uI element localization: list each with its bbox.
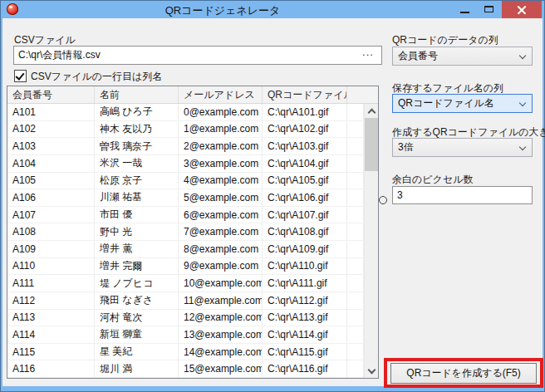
table-cell: 曽我 璃奈子 bbox=[95, 138, 179, 154]
vertical-scrollbar[interactable] bbox=[364, 104, 378, 378]
table-cell: 10@example.com bbox=[179, 275, 263, 292]
table-cell-stub bbox=[347, 155, 364, 172]
scroll-down-button[interactable] bbox=[365, 364, 378, 378]
table-cell-stub bbox=[347, 138, 364, 154]
table-cell: 松原 京子 bbox=[95, 173, 179, 189]
first-row-header-checkbox-label: CSVファイルの一行目は列名 bbox=[31, 70, 162, 84]
table-cell-stub bbox=[347, 173, 364, 189]
table-cell: A106 bbox=[7, 189, 95, 206]
first-row-header-checkbox[interactable] bbox=[14, 70, 27, 82]
annotation-circle bbox=[379, 196, 387, 204]
chevron-down-icon bbox=[519, 52, 526, 59]
table-row[interactable]: A114新垣 獅童13@example.comC:\qr\A114.gif bbox=[7, 326, 364, 344]
table-cell: C:\qr\A101.gif bbox=[263, 104, 347, 120]
table-cell: A101 bbox=[7, 104, 95, 120]
table-cell: A107 bbox=[7, 207, 95, 223]
data-column-label: QRコードのデータの列 bbox=[392, 33, 498, 47]
table-row[interactable]: A116堀川 満15@example.comC:\qr\A116.gif bbox=[7, 360, 364, 378]
table-cell: A111 bbox=[7, 275, 95, 292]
table-row[interactable]: A113河村 竜次12@example.comC:\qr\A113.gif bbox=[7, 310, 364, 327]
table-row[interactable]: A112飛田 なぎさ11@example.comC:\qr\A112.gif bbox=[7, 292, 364, 310]
column-header-qr-filename[interactable]: QRコードファイル名 bbox=[263, 86, 347, 103]
generate-qr-button[interactable]: QRコードを作成する(F5) bbox=[390, 363, 537, 384]
table-cell: C:\qr\A113.gif bbox=[263, 310, 347, 326]
column-header-email[interactable]: メールアドレス bbox=[179, 86, 263, 103]
table-row[interactable]: A109増井 薫8@example.comC:\qr\A109.gif bbox=[7, 241, 364, 258]
table-row[interactable]: A110増井 完爾9@example.comC:\qr\A110.gif bbox=[7, 258, 364, 276]
table-cell: 1@example.com bbox=[179, 121, 263, 138]
window-title: QRコードジェネレータ bbox=[17, 3, 428, 18]
table-cell: A113 bbox=[7, 310, 95, 326]
browse-button[interactable]: ... bbox=[357, 47, 379, 63]
maximize-button[interactable] bbox=[479, 1, 499, 18]
table-cell-stub bbox=[347, 241, 364, 257]
column-header-name[interactable]: 名前 bbox=[95, 86, 179, 103]
csv-path-input[interactable] bbox=[13, 46, 382, 65]
table-cell: C:\qr\A103.gif bbox=[263, 138, 347, 154]
table-cell: 8@example.com bbox=[179, 241, 263, 257]
table-cell-stub bbox=[347, 360, 364, 377]
table-cell: A116 bbox=[7, 360, 95, 377]
table-row[interactable]: A106川瀬 祐基5@example.comC:\qr\A106.gif bbox=[7, 189, 364, 207]
table-cell: C:\qr\A110.gif bbox=[263, 258, 347, 275]
table-cell: 7@example.com bbox=[179, 223, 263, 240]
margin-label: 余白のピクセル数 bbox=[392, 173, 473, 187]
table-row[interactable]: A102神木 友以乃1@example.comC:\qr\A102.gif bbox=[7, 121, 364, 139]
table-cell: A102 bbox=[7, 121, 95, 138]
chevron-up-icon bbox=[368, 109, 376, 117]
data-column-value: 会員番号 bbox=[398, 47, 438, 65]
table-cell: C:\qr\A108.gif bbox=[263, 223, 347, 240]
table-cell: 増井 薫 bbox=[95, 241, 179, 257]
table-cell: 9@example.com bbox=[179, 258, 263, 275]
table-cell: 堤 ノブヒコ bbox=[95, 275, 179, 292]
table-row[interactable]: A105松原 京子4@example.comC:\qr\A105.gif bbox=[7, 173, 364, 190]
table-cell: A104 bbox=[7, 155, 95, 172]
table-row[interactable]: A103曽我 璃奈子2@example.comC:\qr\A103.gif bbox=[7, 138, 364, 155]
table-cell: C:\qr\A106.gif bbox=[263, 189, 347, 206]
table-cell: A103 bbox=[7, 138, 95, 154]
table-cell: 2@example.com bbox=[179, 138, 263, 154]
table-cell: 野中 光 bbox=[95, 223, 179, 240]
table-row[interactable]: A108野中 光7@example.comC:\qr\A108.gif bbox=[7, 223, 364, 241]
table-row[interactable]: A107市田 優6@example.comC:\qr\A107.gif bbox=[7, 207, 364, 224]
chevron-down-icon bbox=[519, 144, 526, 150]
table-cell: C:\qr\A115.gif bbox=[263, 344, 347, 360]
table-cell-stub bbox=[347, 223, 364, 240]
table-cell-stub bbox=[347, 292, 364, 309]
table-cell: 4@example.com bbox=[179, 173, 263, 189]
scrollbar-thumb[interactable] bbox=[365, 118, 378, 171]
close-button[interactable] bbox=[502, 1, 542, 18]
title-bar[interactable]: QRコードジェネレータ bbox=[1, 1, 544, 18]
table-row[interactable]: A104米沢 一哉3@example.comC:\qr\A104.gif bbox=[7, 155, 364, 173]
table-cell-stub bbox=[347, 344, 364, 360]
chevron-down-icon bbox=[368, 366, 376, 375]
maximize-icon bbox=[484, 6, 493, 12]
app-icon bbox=[7, 3, 18, 15]
table-cell: 市田 優 bbox=[95, 207, 179, 223]
table-cell: A109 bbox=[7, 241, 95, 257]
table-cell-stub bbox=[347, 104, 364, 120]
table-row[interactable]: A101高嶋 ひろ子0@example.comC:\qr\A101.gif bbox=[7, 104, 364, 121]
table-cell: 5@example.com bbox=[179, 189, 263, 206]
table-cell-stub bbox=[347, 189, 364, 206]
filename-column-value: QRコードファイル名 bbox=[398, 95, 494, 112]
table-header: 会員番号 名前 メールアドレス QRコードファイル名 bbox=[7, 86, 378, 104]
table-row[interactable]: A115星 美紀14@example.comC:\qr\A115.gif bbox=[7, 344, 364, 361]
minimize-button[interactable] bbox=[454, 1, 475, 18]
table-cell: 3@example.com bbox=[179, 155, 263, 172]
scroll-up-button[interactable] bbox=[365, 104, 378, 118]
column-header-member-id[interactable]: 会員番号 bbox=[7, 86, 95, 103]
table-cell: A108 bbox=[7, 223, 95, 240]
filename-column-select[interactable]: QRコードファイル名 bbox=[392, 94, 533, 113]
qr-size-select[interactable]: 3倍 bbox=[392, 138, 533, 157]
table-cell: 堀川 満 bbox=[95, 360, 179, 377]
table-cell: A112 bbox=[7, 292, 95, 309]
table-cell: 高嶋 ひろ子 bbox=[95, 104, 179, 120]
table-cell: 川瀬 祐基 bbox=[95, 189, 179, 206]
table-cell: A110 bbox=[7, 258, 95, 275]
table-row[interactable]: A111堤 ノブヒコ10@example.comC:\qr\A111.gif bbox=[7, 275, 364, 292]
margin-input[interactable] bbox=[392, 186, 533, 204]
table-cell: C:\qr\A105.gif bbox=[263, 173, 347, 189]
table-cell: 14@example.com bbox=[179, 344, 263, 360]
data-column-select[interactable]: 会員番号 bbox=[392, 47, 533, 66]
